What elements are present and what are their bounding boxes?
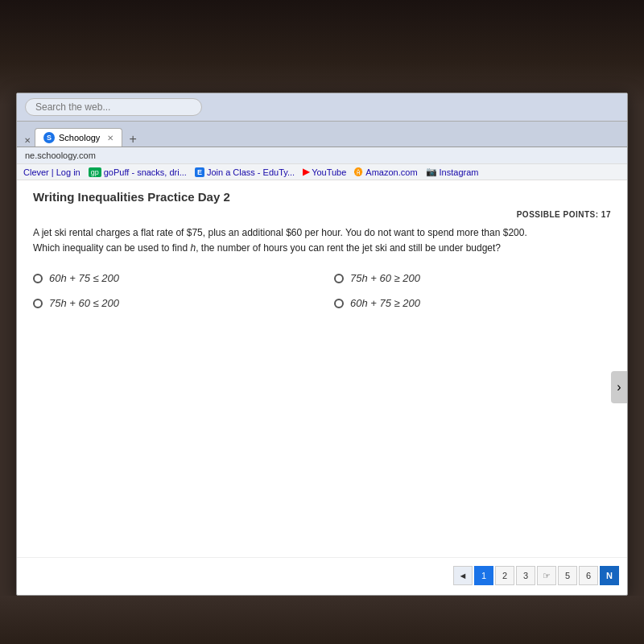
address-text: ne.schoology.com [25,151,96,160]
clever-label: Clever | Log in [23,167,80,177]
answer-choice-a[interactable]: 60h + 75 ≤ 200 [33,272,310,284]
schoology-tab[interactable]: S Schoology ✕ [35,128,122,147]
possible-points: POSSIBLE POINTS: 17 [33,210,611,219]
gopuff-label: goPuff - snacks, dri... [104,167,187,177]
tab-label: Schoology [59,133,100,142]
amazon-label: Amazon.com [365,167,417,177]
tab-close-button[interactable]: ✕ [107,134,114,142]
answer-choice-d[interactable]: 60h + 75 ≥ 200 [334,297,611,309]
page-title: Writing Inequalities Practice Day 2 [33,190,611,204]
instagram-icon: 📷 [426,167,437,177]
search-bar [17,93,627,122]
bookmark-edut[interactable]: E Join a Class - EduTy... [195,167,295,177]
page-content: Writing Inequalities Practice Day 2 POSS… [17,180,627,593]
bottom-dark-area [0,596,644,644]
amazon-icon: 🅐 [354,167,363,177]
schoology-tab-icon: S [43,132,55,143]
bookmarks-bar: Clever | Log in gp goPuff - snacks, dri.… [17,164,627,180]
question-text: A jet ski rental charges a flat rate of … [33,225,553,256]
pagination-next-button[interactable]: N [600,566,619,585]
answer-choice-c[interactable]: 75h + 60 ≤ 200 [33,297,310,309]
edut-icon: E [195,167,204,177]
pagination-page-5[interactable]: 5 [558,566,577,585]
pagination-page-3[interactable]: 3 [516,566,535,585]
youtube-text: YouTube [312,167,346,177]
radio-c[interactable] [33,299,43,308]
bookmark-clever[interactable]: Clever | Log in [23,167,80,177]
pagination-page-1[interactable]: 1 [474,566,493,585]
browser-window: ✕ S Schoology ✕ + ne.schoology.com Cleve… [16,93,628,596]
pagination: ◄ 1 2 3 ☞ 5 6 N [17,557,627,593]
answer-expr-a: 60h + 75 ≤ 200 [49,272,119,284]
pagination-page-6[interactable]: 6 [579,566,598,585]
answer-grid: 60h + 75 ≤ 200 75h + 60 ≥ 200 75h + 60 ≤… [33,272,611,309]
bookmark-youtube[interactable]: ▶ POSSIBLE POINTS: 17 YouTube [303,167,346,177]
bookmark-instagram[interactable]: 📷 Instagram [426,167,479,177]
radio-d[interactable] [334,299,344,308]
tab-bar: ✕ S Schoology ✕ + [17,122,627,147]
address-bar: ne.schoology.com [17,147,627,164]
answer-choice-b[interactable]: 75h + 60 ≥ 200 [334,272,611,284]
bookmark-amazon[interactable]: 🅐 Amazon.com [354,167,417,177]
answer-expr-b: 75h + 60 ≥ 200 [350,272,420,284]
answer-expr-d: 60h + 75 ≥ 200 [350,297,420,309]
pagination-prev-button[interactable]: ◄ [453,566,473,585]
edut-label: Join a Class - EduTy... [207,167,295,177]
content-nav-right-button[interactable]: › [611,371,627,403]
pagination-page-4[interactable]: ☞ [537,566,556,585]
radio-b[interactable] [334,274,344,283]
youtube-icon: ▶ [303,167,309,177]
pagination-page-2[interactable]: 2 [495,566,514,585]
new-tab-button[interactable]: + [124,132,141,147]
nav-right-icon: › [617,380,621,394]
radio-a[interactable] [33,274,43,283]
answer-expr-c: 75h + 60 ≤ 200 [49,297,119,309]
gopuff-icon: gp [89,167,101,177]
bookmark-gopuff[interactable]: gp goPuff - snacks, dri... [89,167,187,177]
tab-close-x-icon[interactable]: ✕ [20,134,35,147]
instagram-label: Instagram [440,167,479,177]
top-dark-area [0,0,644,105]
search-input[interactable] [25,98,202,116]
